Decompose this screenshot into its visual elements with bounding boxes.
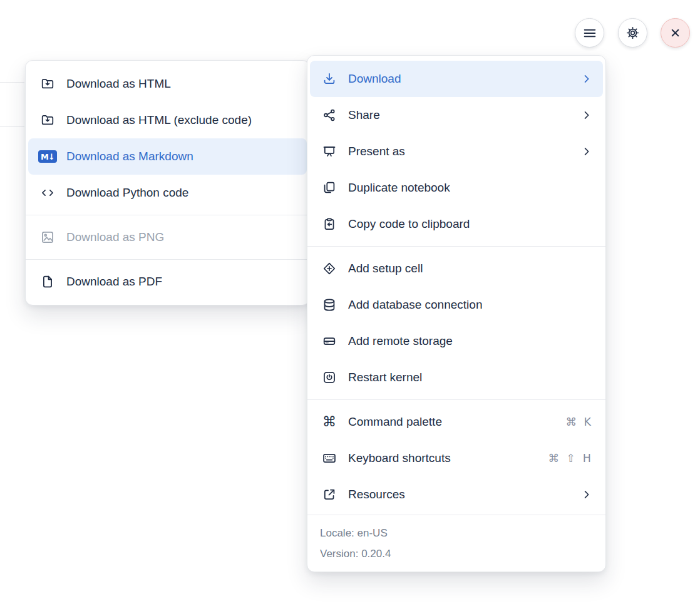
menu-item-label: Keyboard shortcuts — [348, 451, 538, 465]
gear-icon — [624, 25, 642, 41]
menu-item-label: Command palette — [348, 415, 555, 429]
menu-divider — [26, 215, 309, 215]
folder-download-icon — [39, 112, 56, 128]
close-icon — [667, 25, 684, 41]
external-link-icon — [321, 486, 338, 503]
keyboard-shortcut-hint: ⌘ ⇧ H — [548, 452, 593, 465]
menu-item-label: Restart kernel — [348, 371, 593, 384]
duplicate-notebook-menu-item[interactable]: Duplicate notebook — [310, 170, 603, 206]
menu-item-label: Download as HTML — [66, 77, 297, 91]
menu-divider — [26, 259, 309, 260]
share-icon — [321, 107, 338, 123]
menu-item-label: Add database connection — [348, 298, 593, 312]
download-as-html-menu-item[interactable]: Download as HTML — [28, 66, 307, 102]
copy-code-to-clipboard-menu-item[interactable]: Copy code to clipboard — [310, 206, 603, 242]
hamburger-icon — [581, 25, 599, 41]
settings-button[interactable] — [618, 18, 647, 48]
image-icon — [39, 229, 56, 245]
menu-item-label: Download Python code — [66, 186, 297, 200]
code-icon — [39, 185, 56, 201]
menu-footer: Locale: en-USVersion: 0.20.4 — [310, 517, 603, 567]
command-icon: ⌘ — [321, 414, 338, 430]
menu-divider — [307, 246, 605, 247]
command-palette-menu-item[interactable]: ⌘Command palette⌘ K — [310, 404, 603, 440]
menu-item-label: Resources — [348, 488, 570, 501]
download-icon — [321, 71, 338, 87]
download-menu-item[interactable]: Download — [310, 61, 603, 97]
download-submenu: Download as HTMLDownload as HTML (exclud… — [25, 60, 310, 305]
add-remote-storage-menu-item[interactable]: Add remote storage — [310, 323, 603, 359]
download-python-code-menu-item[interactable]: Download Python code — [28, 175, 307, 211]
locale-text: Locale: en-US — [320, 523, 593, 543]
app-canvas: Download as HTMLDownload as HTML (exclud… — [0, 0, 700, 616]
add-setup-cell-menu-item[interactable]: Add setup cell — [310, 250, 603, 287]
menu-item-label: Download as PDF — [66, 275, 297, 289]
keyboard-shortcut-hint: ⌘ K — [565, 416, 593, 428]
present-as-menu-item[interactable]: Present as — [310, 133, 603, 170]
keyboard-icon — [321, 450, 338, 466]
file-icon — [39, 274, 56, 290]
share-menu-item[interactable]: Share — [310, 97, 603, 133]
chevron-right-icon — [580, 488, 593, 501]
page-rule-line — [0, 126, 24, 127]
shutdown-button[interactable] — [661, 18, 690, 48]
download-as-pdf-menu-item[interactable]: Download as PDF — [28, 264, 307, 300]
menu-item-label: Duplicate notebook — [348, 181, 593, 195]
markdown-icon: M↓ — [39, 148, 56, 165]
add-database-connection-menu-item[interactable]: Add database connection — [310, 287, 603, 323]
diamond-plus-icon — [321, 260, 338, 277]
download-as-html-exclude-code-menu-item[interactable]: Download as HTML (exclude code) — [28, 102, 307, 138]
menu-divider — [307, 399, 605, 400]
page-rule-line — [0, 82, 24, 83]
menu-item-label: Add setup cell — [348, 262, 593, 275]
keyboard-shortcuts-menu-item[interactable]: Keyboard shortcuts⌘ ⇧ H — [310, 440, 603, 476]
duplicate-icon — [321, 180, 338, 196]
menu-item-label: Present as — [348, 145, 570, 158]
menu-item-label: Download — [348, 72, 570, 86]
presentation-icon — [321, 143, 338, 160]
clipboard-icon — [321, 216, 338, 232]
version-text: Version: 0.20.4 — [320, 543, 593, 564]
hard-drive-icon — [321, 333, 338, 349]
notebook-actions-menu: DownloadSharePresent asDuplicate noteboo… — [307, 55, 606, 572]
power-icon — [321, 369, 338, 386]
menu-item-label: Share — [348, 108, 570, 122]
menu-item-label: Add remote storage — [348, 334, 593, 348]
menu-item-label: Download as PNG — [66, 230, 297, 244]
menu-item-label: Download as HTML (exclude code) — [66, 113, 297, 127]
menu-item-label: Download as Markdown — [66, 150, 297, 163]
database-icon — [321, 297, 338, 313]
chevron-right-icon — [580, 145, 593, 158]
download-as-markdown-menu-item[interactable]: M↓Download as Markdown — [28, 138, 307, 175]
menu-divider — [307, 515, 605, 515]
restart-kernel-menu-item[interactable]: Restart kernel — [310, 359, 603, 396]
download-as-png-menu-item: Download as PNG — [28, 219, 307, 255]
folder-download-icon — [39, 76, 56, 92]
chevron-right-icon — [580, 73, 593, 85]
notebook-menu-button[interactable] — [575, 18, 604, 48]
resources-menu-item[interactable]: Resources — [310, 476, 603, 513]
menu-item-label: Copy code to clipboard — [348, 217, 593, 231]
chevron-right-icon — [580, 109, 593, 121]
